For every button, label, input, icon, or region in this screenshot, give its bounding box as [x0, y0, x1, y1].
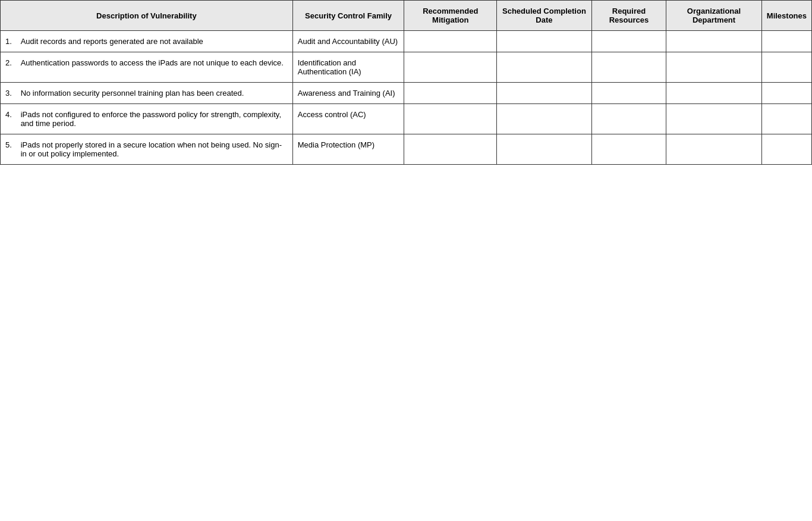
cell-org-department: [666, 52, 762, 83]
col-header-scheduled-completion: Scheduled Completion Date: [497, 1, 591, 31]
cell-milestones: [761, 83, 811, 104]
cell-org-department: [666, 104, 762, 134]
cell-scheduled-completion: [497, 83, 591, 104]
row-number: 2.: [5, 58, 16, 67]
cell-milestones: [761, 104, 811, 134]
cell-control-family: Media Protection (MP): [292, 134, 404, 165]
row-description-text: Audit records and reports generated are …: [21, 37, 203, 46]
cell-org-department: [666, 31, 762, 52]
row-number: 3.: [5, 89, 16, 98]
cell-required-resources: [591, 134, 666, 165]
cell-scheduled-completion: [497, 134, 591, 165]
cell-recommended-mitigation: [404, 31, 497, 52]
cell-control-family: Identification and Authentication (IA): [292, 52, 404, 83]
row-description-text: No information security personnel traini…: [21, 89, 244, 98]
row-description-text: iPads not properly stored in a secure lo…: [21, 140, 288, 158]
header-row: Description of Vulnerability Security Co…: [1, 1, 812, 31]
cell-description: 4. iPads not configured to enforce the p…: [1, 104, 293, 134]
cell-scheduled-completion: [497, 104, 591, 134]
vulnerability-table: Description of Vulnerability Security Co…: [0, 0, 812, 165]
cell-milestones: [761, 134, 811, 165]
cell-control-family: Audit and Accountability (AU): [292, 31, 404, 52]
row-description-text: iPads not configured to enforce the pass…: [21, 110, 288, 128]
main-container: Description of Vulnerability Security Co…: [0, 0, 812, 165]
cell-recommended-mitigation: [404, 52, 497, 83]
cell-scheduled-completion: [497, 52, 591, 83]
cell-description: 1. Audit records and reports generated a…: [1, 31, 293, 52]
cell-recommended-mitigation: [404, 104, 497, 134]
cell-description: 2. Authentication passwords to access th…: [1, 52, 293, 83]
col-header-milestones: Milestones: [761, 1, 811, 31]
col-header-org-department: Organizational Department: [666, 1, 762, 31]
cell-description: 5. iPads not properly stored in a secure…: [1, 134, 293, 165]
col-header-security-control: Security Control Family: [292, 1, 404, 31]
cell-required-resources: [591, 104, 666, 134]
table-row: 4. iPads not configured to enforce the p…: [1, 104, 812, 134]
cell-description: 3. No information security personnel tra…: [1, 83, 293, 104]
cell-recommended-mitigation: [404, 134, 497, 165]
cell-required-resources: [591, 52, 666, 83]
cell-milestones: [761, 31, 811, 52]
cell-org-department: [666, 83, 762, 104]
row-number: 4.: [5, 110, 16, 119]
row-description-text: Authentication passwords to access the i…: [21, 58, 284, 67]
cell-required-resources: [591, 83, 666, 104]
row-number: 5.: [5, 140, 16, 149]
cell-scheduled-completion: [497, 31, 591, 52]
cell-recommended-mitigation: [404, 83, 497, 104]
cell-milestones: [761, 52, 811, 83]
cell-required-resources: [591, 31, 666, 52]
table-row: 2. Authentication passwords to access th…: [1, 52, 812, 83]
cell-control-family: Access control (AC): [292, 104, 404, 134]
cell-control-family: Awareness and Training (AI): [292, 83, 404, 104]
col-header-recommended-mitigation: Recommended Mitigation: [404, 1, 497, 31]
table-row: 1. Audit records and reports generated a…: [1, 31, 812, 52]
col-header-required-resources: Required Resources: [591, 1, 666, 31]
col-header-description: Description of Vulnerability: [1, 1, 293, 31]
table-row: 3. No information security personnel tra…: [1, 83, 812, 104]
cell-org-department: [666, 134, 762, 165]
row-number: 1.: [5, 37, 16, 46]
table-row: 5. iPads not properly stored in a secure…: [1, 134, 812, 165]
